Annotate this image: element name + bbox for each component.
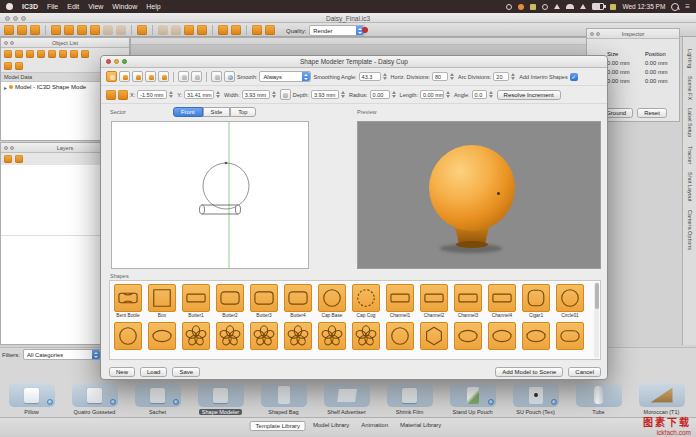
camera-icon[interactable] — [231, 25, 241, 35]
template-moroccan-t1[interactable]: Moroccan (T1) — [630, 383, 693, 417]
duplicate-icon[interactable] — [48, 50, 56, 58]
stepper[interactable] — [216, 90, 222, 100]
stepper[interactable] — [446, 90, 452, 100]
shape-bent-bottle[interactable]: Bent Bottle — [113, 284, 143, 319]
minimize-button[interactable] — [114, 59, 119, 64]
button-new[interactable]: New — [109, 367, 135, 377]
step-down-icon[interactable] — [392, 95, 396, 98]
new-file-icon[interactable] — [4, 25, 14, 35]
shape-ellipse[interactable] — [453, 322, 483, 357]
template-sachet[interactable]: Sachet — [126, 383, 189, 417]
group-icon[interactable] — [26, 50, 34, 58]
template-pillow[interactable]: Pillow — [0, 383, 63, 417]
menu-item-edit[interactable]: Edit — [67, 3, 79, 10]
template-shelf-advertiser[interactable]: Shelf Advertiser — [315, 383, 378, 417]
step-up-icon[interactable] — [169, 91, 173, 94]
new-folder-icon[interactable] — [4, 62, 12, 70]
move-point-icon[interactable] — [118, 90, 128, 100]
add-object-icon[interactable] — [4, 50, 12, 58]
template-shape-modeler[interactable]: Shape Modeler — [189, 383, 252, 417]
field-radius[interactable]: 0.00 — [370, 90, 390, 99]
stepper[interactable] — [511, 72, 517, 82]
menu-item-ic3d[interactable]: IC3D — [22, 3, 38, 10]
button-save[interactable]: Save — [172, 367, 200, 377]
add-node-icon[interactable] — [145, 71, 156, 82]
shape-butter3[interactable]: Butter3 — [249, 284, 279, 319]
shape-pillow[interactable] — [555, 322, 585, 357]
undo-icon[interactable] — [252, 25, 262, 35]
disclosure-triangle-icon[interactable]: ▸ — [4, 84, 7, 91]
step-up-icon[interactable] — [383, 73, 387, 76]
rotate-icon[interactable] — [77, 25, 87, 35]
model-icon[interactable] — [137, 25, 147, 35]
shape-channel3[interactable]: Channel3 — [453, 284, 483, 319]
button-resolve-increment[interactable]: Resolve Increment — [497, 90, 561, 100]
panel-collapse-button[interactable] — [10, 41, 14, 45]
side-tab-shot-layout[interactable]: Shot Layout — [687, 172, 693, 201]
checkbox-add-interim-shapes[interactable]: ✓ — [570, 73, 578, 81]
menu-item-file[interactable]: File — [47, 3, 58, 10]
settings-icon[interactable] — [81, 50, 89, 58]
lock-icon[interactable] — [70, 50, 78, 58]
stepper[interactable] — [169, 90, 175, 100]
view-tab-top[interactable]: Top — [230, 107, 255, 117]
step-up-icon[interactable] — [216, 91, 220, 94]
shape-flower[interactable] — [249, 322, 279, 357]
step-down-icon[interactable] — [450, 77, 454, 80]
bluetooth-icon[interactable] — [554, 4, 560, 9]
panel-collapse-button[interactable] — [10, 146, 14, 150]
field-x[interactable]: -1.50 mm — [137, 90, 167, 99]
button-add-model-to-scene[interactable]: Add Model to Scene — [495, 367, 563, 377]
profile-canvas[interactable] — [111, 121, 309, 269]
menu-item-view[interactable]: View — [88, 3, 103, 10]
shape-flower[interactable] — [351, 322, 381, 357]
side-tab-scene-fx[interactable]: Scene FX — [687, 76, 693, 100]
visibility-icon[interactable] — [59, 50, 67, 58]
pan-icon[interactable] — [90, 25, 100, 35]
notification-center-icon[interactable]: ≡ — [685, 3, 690, 10]
step-down-icon[interactable] — [341, 95, 345, 98]
volume-icon[interactable] — [580, 4, 586, 9]
shape-circle[interactable] — [385, 322, 415, 357]
shape-ellipse[interactable] — [521, 322, 551, 357]
shape-circle01[interactable]: Circle01 — [555, 284, 585, 319]
step-down-icon[interactable] — [489, 95, 493, 98]
shape-butter4[interactable]: Butter4 — [283, 284, 313, 319]
select-arrow-icon[interactable] — [92, 350, 100, 359]
step-down-icon[interactable] — [272, 95, 276, 98]
shape-flower[interactable] — [181, 322, 211, 357]
field-arc-divisions[interactable]: 20 — [493, 72, 509, 81]
step-up-icon[interactable] — [392, 91, 396, 94]
pan-icon[interactable] — [132, 71, 143, 82]
draw-icon[interactable] — [103, 25, 113, 35]
shape-cap-cog[interactable]: Cap Cog — [351, 284, 381, 319]
field-smoothing-angle[interactable]: 43.3 — [359, 72, 381, 81]
grab-icon[interactable] — [197, 25, 207, 35]
menu-clock[interactable]: Wed 12:35 PM — [622, 3, 665, 10]
stepper[interactable] — [272, 90, 278, 100]
stepper[interactable] — [392, 90, 398, 100]
profile-icon[interactable] — [106, 90, 116, 100]
pen-icon[interactable] — [211, 71, 222, 82]
scrollbar-thumb[interactable] — [595, 283, 599, 309]
apple-menu-icon[interactable] — [6, 3, 13, 10]
shape-ellipse[interactable] — [147, 322, 177, 357]
open-icon[interactable] — [17, 25, 27, 35]
step-down-icon[interactable] — [446, 95, 450, 98]
step-up-icon[interactable] — [341, 91, 345, 94]
select-smooth[interactable]: Always — [259, 71, 311, 82]
link-icon[interactable] — [158, 25, 168, 35]
shape-channel1[interactable]: Channel1 — [385, 284, 415, 319]
field-width[interactable]: 3.93 mm — [242, 90, 270, 99]
field-length[interactable]: 0.00 mm — [420, 90, 444, 99]
shape-circle[interactable] — [113, 322, 143, 357]
shape-cigar1[interactable]: Cigar1 — [521, 284, 551, 319]
record-indicator-icon[interactable] — [362, 27, 368, 33]
stepper[interactable] — [489, 90, 495, 100]
step-down-icon[interactable] — [383, 77, 387, 80]
template-su-pouch-tex[interactable]: SU Pouch (Tex) — [504, 383, 567, 417]
step-up-icon[interactable] — [272, 91, 276, 94]
shape-channel2[interactable]: Channel2 — [419, 284, 449, 319]
delete-layer-icon[interactable] — [15, 155, 23, 163]
ungroup-icon[interactable] — [37, 50, 45, 58]
